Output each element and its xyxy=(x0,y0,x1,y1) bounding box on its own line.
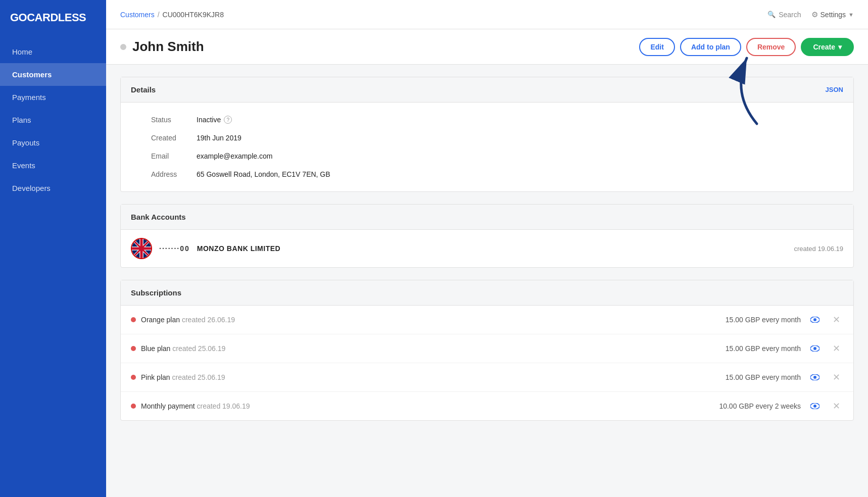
content-area: Details JSON Status Inactive ? Created 1… xyxy=(106,65,868,497)
svg-point-16 xyxy=(813,405,816,408)
sidebar-item-events[interactable]: Events xyxy=(0,154,106,177)
sub-name-3: Monthly payment created 19.06.19 xyxy=(141,402,250,410)
sub-name-2: Pink plan created 25.06.19 xyxy=(141,373,225,381)
bank-account-name: MONZO BANK LIMITED xyxy=(197,244,280,253)
subscriptions-list: Orange plan created 26.06.19 15.00 GBP e… xyxy=(121,306,853,420)
detail-value-email: example@example.com xyxy=(197,152,272,160)
bank-left: ·······00 MONZO BANK LIMITED xyxy=(131,238,280,259)
sub-right-3: 10.00 GBP every 2 weeks ✕ xyxy=(719,399,843,413)
search-label: Search xyxy=(779,11,801,19)
sub-right-2: 15.00 GBP every month ✕ xyxy=(726,370,843,384)
sidebar-item-payouts[interactable]: Payouts xyxy=(0,131,106,154)
sidebar-item-label-home: Home xyxy=(12,47,32,56)
subscriptions-section: Subscriptions Orange plan created 26.06.… xyxy=(120,280,854,421)
bank-account-mask: ·······00 xyxy=(159,244,190,253)
eye-icon xyxy=(810,317,819,323)
detail-label-created: Created xyxy=(151,134,197,142)
detail-value-created: 19th Jun 2019 xyxy=(197,134,242,142)
sidebar-item-plans[interactable]: Plans xyxy=(0,109,106,131)
sub-left-2: Pink plan created 25.06.19 xyxy=(131,373,225,381)
sub-view-icon-1[interactable] xyxy=(808,341,822,356)
bank-account-created: created 19.06.19 xyxy=(794,245,843,253)
detail-value-address: 65 Goswell Road, London, EC1V 7EN, GB xyxy=(197,170,330,178)
sidebar-item-label-events: Events xyxy=(12,161,35,170)
status-info-icon[interactable]: ? xyxy=(224,116,232,124)
eye-icon xyxy=(810,374,819,380)
details-section-title: Details xyxy=(131,85,156,94)
sub-view-icon-2[interactable] xyxy=(808,370,822,384)
edit-button[interactable]: Edit xyxy=(639,38,674,56)
eye-icon xyxy=(810,403,819,409)
json-link[interactable]: JSON xyxy=(826,86,843,93)
subscriptions-title: Subscriptions xyxy=(131,288,181,297)
search-area[interactable]: 🔍 Search xyxy=(767,11,801,19)
detail-row-address: Address 65 Goswell Road, London, EC1V 7E… xyxy=(151,165,843,183)
add-to-plan-button[interactable]: Add to plan xyxy=(680,38,741,56)
settings-button[interactable]: ⚙ Settings ▼ xyxy=(811,10,854,19)
breadcrumb-customers-link[interactable]: Customers xyxy=(120,11,155,19)
sub-status-dot-1 xyxy=(131,346,136,351)
sub-status-dot-2 xyxy=(131,375,136,380)
details-section-header: Details JSON xyxy=(121,77,853,103)
sidebar-item-developers[interactable]: Developers xyxy=(0,177,106,200)
sub-close-icon-3[interactable]: ✕ xyxy=(829,399,843,413)
search-icon: 🔍 xyxy=(767,11,776,18)
detail-row-status: Status Inactive ? xyxy=(151,111,843,129)
sub-close-icon-1[interactable]: ✕ xyxy=(829,341,843,356)
subscription-row-2[interactable]: Pink plan created 25.06.19 15.00 GBP eve… xyxy=(121,363,853,392)
subscription-row-1[interactable]: Blue plan created 25.06.19 15.00 GBP eve… xyxy=(121,334,853,363)
sub-close-icon-0[interactable]: ✕ xyxy=(829,313,843,327)
detail-label-status: Status xyxy=(151,116,197,124)
sub-amount-1: 15.00 GBP every month xyxy=(726,344,801,353)
customer-name: John Smith xyxy=(132,39,204,55)
subscription-row-3[interactable]: Monthly payment created 19.06.19 10.00 G… xyxy=(121,392,853,420)
app-logo[interactable]: GOCARDLESS xyxy=(10,11,96,24)
sub-name-0: Orange plan created 26.06.19 xyxy=(141,316,235,324)
detail-label-address: Address xyxy=(151,170,197,178)
sub-close-icon-2[interactable]: ✕ xyxy=(829,370,843,384)
sub-amount-3: 10.00 GBP every 2 weeks xyxy=(719,402,801,410)
sub-name-1: Blue plan created 25.06.19 xyxy=(141,344,225,353)
gear-icon: ⚙ xyxy=(811,10,818,19)
sub-right-1: 15.00 GBP every month ✕ xyxy=(726,341,843,356)
detail-row-email: Email example@example.com xyxy=(151,147,843,165)
sub-view-icon-3[interactable] xyxy=(808,399,822,413)
detail-label-email: Email xyxy=(151,152,197,160)
customer-title: John Smith xyxy=(120,39,204,55)
sub-left-0: Orange plan created 26.06.19 xyxy=(131,316,235,324)
breadcrumb-id: CU000HT6K9KJR8 xyxy=(163,11,224,19)
breadcrumb: Customers / CU000HT6K9KJR8 xyxy=(120,11,224,19)
sidebar-item-payments[interactable]: Payments xyxy=(0,86,106,109)
topbar-right: 🔍 Search ⚙ Settings ▼ xyxy=(767,10,854,19)
settings-label: Settings xyxy=(821,11,846,19)
sidebar-nav: Home Customers Payments Plans Payouts Ev… xyxy=(0,40,106,497)
details-section: Details JSON Status Inactive ? Created 1… xyxy=(120,77,854,192)
sidebar-item-label-payouts: Payouts xyxy=(12,138,39,147)
sub-left-3: Monthly payment created 19.06.19 xyxy=(131,402,250,410)
create-dropdown-icon: ▾ xyxy=(838,43,842,51)
sub-view-icon-0[interactable] xyxy=(808,313,822,327)
create-button[interactable]: Create ▾ xyxy=(801,38,854,56)
sidebar-item-label-developers: Developers xyxy=(12,184,51,192)
logo-area: GOCARDLESS xyxy=(0,0,106,35)
subscription-row-0[interactable]: Orange plan created 26.06.19 15.00 GBP e… xyxy=(121,306,853,334)
sidebar-item-label-customers: Customers xyxy=(12,70,52,79)
sub-left-1: Blue plan created 25.06.19 xyxy=(131,344,225,353)
remove-button[interactable]: Remove xyxy=(746,38,796,56)
sidebar-item-home[interactable]: Home xyxy=(0,40,106,63)
sub-amount-0: 15.00 GBP every month xyxy=(726,316,801,324)
sub-right-0: 15.00 GBP every month ✕ xyxy=(726,313,843,327)
sidebar-item-customers[interactable]: Customers xyxy=(0,63,106,86)
sub-status-dot-0 xyxy=(131,317,136,322)
bank-account-row[interactable]: ·······00 MONZO BANK LIMITED created 19.… xyxy=(121,230,853,267)
eye-icon xyxy=(810,345,819,352)
main-content: Customers / CU000HT6K9KJR8 🔍 Search ⚙ Se… xyxy=(106,0,868,497)
sidebar-item-label-payments: Payments xyxy=(12,93,46,102)
create-label: Create xyxy=(813,43,835,51)
subscriptions-header: Subscriptions xyxy=(121,280,853,306)
detail-value-status: Inactive ? xyxy=(197,116,232,124)
sub-amount-2: 15.00 GBP every month xyxy=(726,373,801,381)
detail-row-created: Created 19th Jun 2019 xyxy=(151,129,843,147)
topbar: Customers / CU000HT6K9KJR8 🔍 Search ⚙ Se… xyxy=(106,0,868,29)
bank-accounts-header: Bank Accounts xyxy=(121,205,853,230)
